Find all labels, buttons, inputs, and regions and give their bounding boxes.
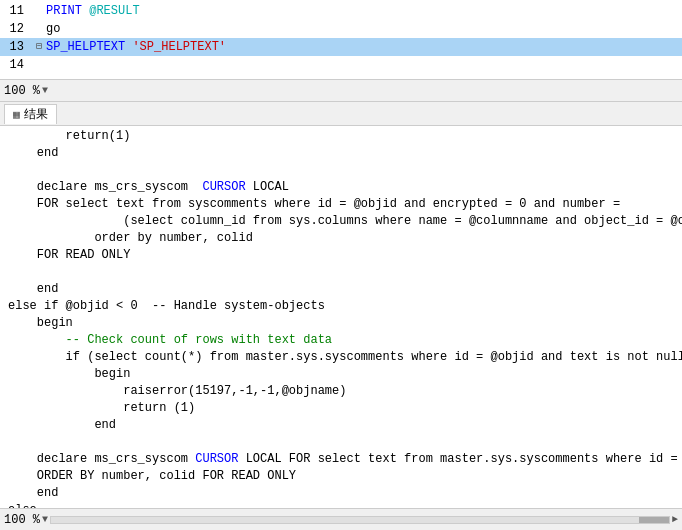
line-gutter: ⊟ <box>32 38 46 56</box>
results-tab-label: 结果 <box>24 106 48 123</box>
result-line: if (select count(*) from master.sys.sysc… <box>8 349 674 366</box>
result-lines-container: return(1) end declare ms_crs_syscom CURS… <box>0 128 682 508</box>
code-editor: 11PRINT @RESULT12go13⊟SP_HELPTEXT 'SP_HE… <box>0 0 682 80</box>
bottom-zoom-bar: 100 % ▼ ► <box>0 508 682 530</box>
results-zoom-down-icon[interactable]: ▼ <box>42 514 48 525</box>
result-line: -- Check count of rows with text data <box>8 332 674 349</box>
result-line: ORDER BY number, colid FOR READ ONLY <box>8 468 674 485</box>
result-line: begin <box>8 315 674 332</box>
result-line: order by number, colid <box>8 230 674 247</box>
result-line: FOR READ ONLY <box>8 247 674 264</box>
horizontal-scrollbar[interactable] <box>50 516 670 524</box>
result-line <box>8 264 674 281</box>
editor-zoom-down-icon[interactable]: ▼ <box>42 85 48 96</box>
grid-icon: ▦ <box>13 108 20 121</box>
line-number: 13 <box>0 38 32 56</box>
line-content: PRINT @RESULT <box>46 2 682 20</box>
result-line: declare ms_crs_syscom CURSOR LOCAL <box>8 179 674 196</box>
result-line: raiserror(15197,-1,-1,@objname) <box>8 383 674 400</box>
editor-zoom-bar: 100 % ▼ <box>0 80 682 102</box>
result-line: else if @objid < 0 -- Handle system-obje… <box>8 298 674 315</box>
code-line: 12go <box>0 20 682 38</box>
result-line: declare ms_crs_syscom CURSOR LOCAL FOR s… <box>8 451 674 468</box>
scroll-thumb <box>639 517 669 523</box>
line-content: SP_HELPTEXT 'SP_HELPTEXT' <box>46 38 682 56</box>
result-line: end <box>8 145 674 162</box>
line-number: 14 <box>0 56 32 74</box>
results-content[interactable]: return(1) end declare ms_crs_syscom CURS… <box>0 126 682 508</box>
result-line: end <box>8 417 674 434</box>
editor-zoom-level: 100 % <box>4 84 40 98</box>
result-line: begin <box>8 366 674 383</box>
scroll-right-icon[interactable]: ► <box>672 514 678 525</box>
result-line: return (1) <box>8 400 674 417</box>
result-line: (select column_id from sys.columns where… <box>8 213 674 230</box>
line-number: 11 <box>0 2 32 20</box>
results-tab[interactable]: ▦ 结果 <box>4 104 57 124</box>
result-line: return(1) <box>8 128 674 145</box>
code-line: 13⊟SP_HELPTEXT 'SP_HELPTEXT' <box>0 38 682 56</box>
code-line: 11PRINT @RESULT <box>0 2 682 20</box>
line-number: 12 <box>0 20 32 38</box>
result-line <box>8 162 674 179</box>
result-line: end <box>8 281 674 298</box>
results-zoom-level: 100 % <box>4 513 40 527</box>
results-tabbar: ▦ 结果 <box>0 102 682 126</box>
line-content: go <box>46 20 682 38</box>
code-line: 14 <box>0 56 682 74</box>
result-line: FOR select text from syscomments where i… <box>8 196 674 213</box>
result-line <box>8 434 674 451</box>
code-lines: 11PRINT @RESULT12go13⊟SP_HELPTEXT 'SP_HE… <box>0 0 682 76</box>
result-line: end <box>8 485 674 502</box>
